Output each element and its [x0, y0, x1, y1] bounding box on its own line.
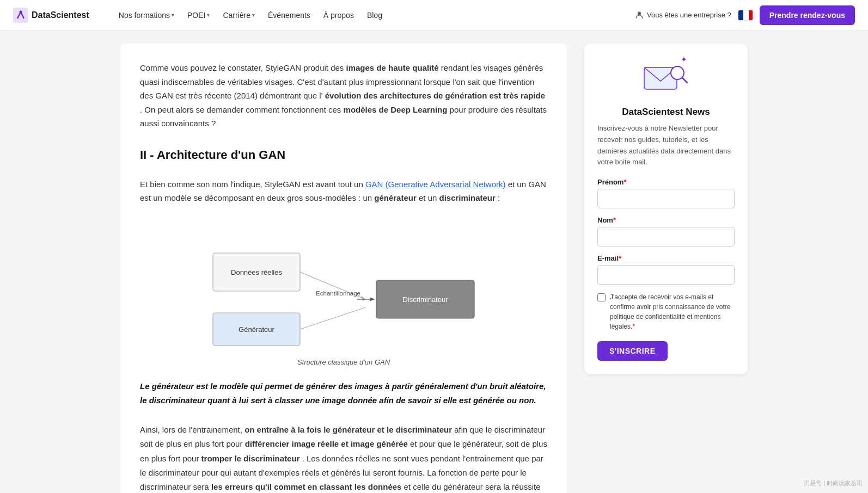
newsletter-form: Prénom* Nom* E-mail* — [597, 178, 735, 361]
prenom-required: * — [624, 178, 626, 186]
nav-formations-label: Nos formations — [119, 11, 170, 20]
block-quote: Le générateur est le modèle qui permet d… — [140, 379, 547, 408]
nav-evenements-label: Événements — [268, 11, 310, 20]
section-title: II - Architecture d'un GAN — [140, 148, 547, 167]
chevron-down-icon: ▾ — [207, 12, 210, 18]
blockquote-text: Le générateur est le modèle qui permet d… — [140, 381, 546, 405]
section-text-3: et un — [419, 193, 439, 202]
nav-poei[interactable]: POEI ▾ — [182, 8, 215, 23]
nav-evenements[interactable]: Événements — [262, 8, 316, 23]
prenom-label: Prénom* — [597, 178, 735, 186]
gan-link[interactable]: GAN (Generative Adversarial Network) — [365, 180, 508, 189]
bottom-bold-2: différencier image réelle et image génér… — [245, 439, 408, 448]
nav-blog[interactable]: Blog — [362, 8, 388, 23]
bottom-bold-4: les erreurs qu'il commet en classant les… — [211, 482, 402, 491]
enterprise-link[interactable]: Vous êtes une entreprise ? — [635, 11, 731, 20]
consent-label: J'accepte de recevoir vos e-mails et con… — [610, 292, 735, 331]
svg-marker-12 — [361, 295, 365, 301]
intro-text-3: . On peut alors se demander comment fonc… — [140, 105, 344, 114]
diagram-svg: Données réelles Générateur Echantillonna… — [197, 220, 491, 353]
gan-link-text: GAN (Generative Adversarial Network) — [365, 180, 506, 189]
logo[interactable]: DataScientest — [13, 8, 89, 23]
sidebar-title: DataScientest News — [597, 107, 735, 118]
intro-bold-2: évolution des architectures de génératio… — [325, 91, 545, 100]
cta-button[interactable]: Prendre rendez-vous — [760, 5, 855, 25]
svg-text:✦: ✦ — [681, 57, 687, 64]
email-label: E-mail* — [597, 254, 735, 262]
page-layout: Comme vous pouvez le constater, StyleGAN… — [107, 30, 761, 493]
nav-blog-label: Blog — [367, 11, 382, 20]
svg-text:Générateur: Générateur — [239, 325, 274, 334]
newsletter-card: ✦ DataScientest News Inscrivez-vous à no… — [584, 44, 748, 374]
nav-formations[interactable]: Nos formations ▾ — [113, 8, 180, 23]
svg-text:Discriminateur: Discriminateur — [402, 295, 448, 304]
section-bold-2: discriminateur — [439, 193, 496, 202]
nom-required: * — [613, 216, 616, 224]
intro-bold-3: modèles de Deep Learning — [344, 105, 448, 114]
chevron-down-icon: ▾ — [172, 12, 174, 18]
svg-line-13 — [300, 307, 365, 329]
svg-line-21 — [682, 78, 687, 83]
diagram-container: Données réelles Générateur Echantillonna… — [140, 220, 547, 366]
section-paragraph: Et bien comme son nom l'indique, StyleGA… — [140, 177, 547, 205]
sidebar: ✦ DataScientest News Inscrivez-vous à no… — [584, 44, 748, 493]
prenom-group: Prénom* — [597, 178, 735, 208]
nav-right: Vous êtes une entreprise ? Prendre rende… — [635, 5, 855, 25]
section-text-4: : — [498, 193, 500, 202]
svg-rect-5 — [743, 10, 749, 21]
newsletter-icon: ✦ — [641, 57, 690, 100]
email-input[interactable] — [597, 265, 735, 285]
svg-text:Données réelles: Données réelles — [231, 268, 282, 276]
nav-apropos-label: À propos — [323, 11, 354, 20]
bottom-bold-3: tromper le discriminateur — [201, 454, 300, 463]
section-bold-1: générateur — [374, 193, 417, 202]
nav-carriere-label: Carrière — [223, 11, 250, 20]
bottom-text-1: Ainsi, lors de l'entrainement, — [140, 425, 244, 434]
nav-links: Nos formations ▾ POEI ▾ Carrière ▾ Événe… — [113, 8, 620, 23]
bottom-paragraph: Ainsi, lors de l'entrainement, on entraî… — [140, 423, 547, 493]
diagram-caption: Structure classique d'un GAN — [297, 358, 390, 366]
nom-input[interactable] — [597, 227, 735, 246]
nav-poei-label: POEI — [187, 11, 205, 20]
flag-fr[interactable] — [738, 10, 753, 21]
chevron-down-icon: ▾ — [252, 12, 255, 18]
nom-label: Nom* — [597, 216, 735, 224]
nom-group: Nom* — [597, 216, 735, 246]
consent-row: J'accepte de recevoir vos e-mails et con… — [597, 292, 735, 331]
france-flag-icon — [738, 10, 753, 21]
intro-text-1: Comme vous pouvez le constater, StyleGAN… — [140, 63, 346, 72]
consent-checkbox[interactable] — [597, 293, 606, 301]
logo-text: DataScientest — [32, 10, 89, 20]
nav-carriere[interactable]: Carrière ▾ — [217, 8, 260, 23]
navbar: DataScientest Nos formations ▾ POEI ▾ Ca… — [0, 0, 868, 30]
enterprise-icon — [635, 11, 644, 20]
sidebar-desc: Inscrivez-vous à notre Newsletter pour r… — [597, 123, 735, 168]
email-required: * — [619, 254, 621, 262]
svg-point-1 — [20, 10, 22, 13]
logo-icon — [13, 8, 28, 23]
main-content: Comme vous pouvez le constater, StyleGAN… — [120, 44, 567, 493]
svg-rect-4 — [738, 10, 743, 21]
prenom-input[interactable] — [597, 189, 735, 208]
newsletter-icon-wrap: ✦ — [597, 57, 735, 100]
bottom-bold-1: on entraîne à la fois le générateur et l… — [244, 425, 452, 434]
intro-bold-1: images de haute qualité — [346, 63, 439, 72]
enterprise-label: Vous êtes une entreprise ? — [647, 11, 731, 19]
svg-text:Echantillonnage: Echantillonnage — [316, 290, 360, 297]
intro-paragraph: Comme vous pouvez le constater, StyleGAN… — [140, 61, 547, 131]
email-group: E-mail* — [597, 254, 735, 285]
subscribe-button[interactable]: S'INSCRIRE — [597, 341, 668, 361]
section-text-1: Et bien comme son nom l'indique, StyleGA… — [140, 180, 365, 189]
watermark: 刃易号 | 时尚玩家岳司 — [804, 479, 863, 488]
gan-diagram: Données réelles Générateur Echantillonna… — [197, 220, 491, 351]
nav-apropos[interactable]: À propos — [318, 8, 359, 23]
svg-rect-0 — [13, 8, 28, 23]
svg-rect-6 — [749, 10, 753, 21]
svg-rect-3 — [638, 11, 641, 13]
